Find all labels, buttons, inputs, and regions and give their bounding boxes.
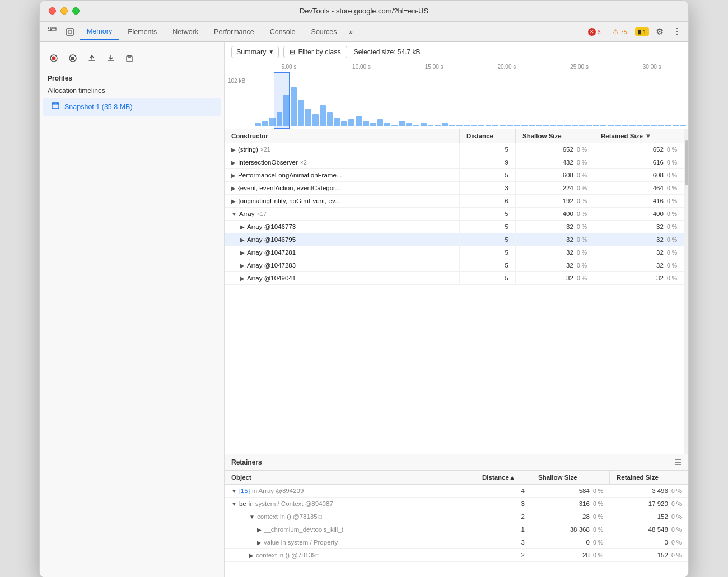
snapshot-label: Snapshot 1 (35.8 MB) — [64, 103, 133, 111]
td-shallow: 320 % — [516, 259, 594, 271]
axis-label-5: 25.00 s — [543, 64, 616, 70]
table-row[interactable]: ▶ Array @1046773 5 320 % 320 % — [225, 221, 684, 233]
expand-icon[interactable]: ▼ — [231, 211, 237, 217]
ret-td-object: ▶ value in system / Property — [225, 536, 475, 548]
warning-badge[interactable]: ⚠ 75 — [609, 26, 631, 37]
filter-by-class-button[interactable]: ⊟ Filter by class — [283, 46, 347, 58]
table-row[interactable]: ▼ Array ×17 5 4000 % 4000 % — [225, 208, 684, 221]
th-retained[interactable]: Retained Size ▼ — [594, 129, 684, 143]
td-shallow: 4000 % — [516, 208, 594, 220]
record-button[interactable] — [46, 51, 61, 65]
close-button[interactable] — [49, 7, 56, 15]
svg-rect-7 — [71, 57, 74, 60]
tab-console[interactable]: Console — [263, 24, 302, 40]
expand-icon[interactable]: ▶ — [231, 172, 236, 179]
info-badge[interactable]: ▮ 1 — [635, 27, 649, 36]
more-options-icon[interactable]: ⋮ — [670, 24, 684, 39]
td-shallow: 320 % — [516, 221, 594, 233]
table-row[interactable]: ▶ {originatingEntity, noGtmEvent, ev... … — [225, 195, 684, 208]
expand-icon[interactable]: ▶ — [240, 262, 245, 269]
expand-icon[interactable]: ▶ — [240, 224, 245, 230]
th-constructor[interactable]: Constructor — [225, 129, 460, 143]
retainer-row[interactable]: ▶ value in system / Property 3 00 % 00 % — [225, 536, 688, 549]
retainer-row[interactable]: ▼ be in system / Context @894087 3 3160 … — [225, 498, 688, 510]
table-row[interactable]: ▶ (string) ×21 5 6520 % 6520 % — [225, 143, 684, 156]
timeline-area[interactable]: 5.00 s 10.00 s 15.00 s 20.00 s 25.00 s 3… — [225, 62, 688, 129]
ret-td-shallow: 5840 % — [531, 485, 610, 497]
expand-icon[interactable]: ▶ — [240, 237, 245, 243]
axis-label-4: 20.00 s — [470, 64, 543, 70]
snapshot-item[interactable]: Snapshot 1 (35.8 MB) — [43, 98, 221, 116]
ret-td-distance: 1 — [475, 523, 531, 536]
axis-label-6: 30.00 s — [615, 64, 688, 70]
tab-network[interactable]: Network — [166, 24, 205, 40]
expand-icon[interactable]: ▶ — [231, 198, 236, 204]
scrollbar-thumb[interactable] — [685, 140, 688, 185]
retainer-row[interactable]: ▶ context in () @78139 □ 2 280 % 1520 % — [225, 549, 688, 562]
table-header: Constructor Distance Shallow Size Retain… — [225, 129, 684, 143]
sidebar-toolbar — [40, 49, 224, 70]
expand-icon[interactable]: ▶ — [231, 147, 236, 153]
chart-bar — [600, 125, 606, 126]
chart-bar — [586, 125, 592, 126]
chart-bar — [521, 125, 528, 126]
stop-button[interactable] — [66, 51, 80, 65]
elements-icon[interactable] — [62, 24, 78, 40]
settings-icon[interactable]: ⚙ — [654, 24, 666, 39]
table-row[interactable]: ▶ {event, eventAction, eventCategor... 3… — [225, 182, 684, 195]
rth-distance[interactable]: Distance▲ — [475, 471, 531, 484]
allocation-timelines-label: Allocation timelines — [40, 86, 224, 98]
inspect-icon[interactable] — [44, 24, 60, 40]
info-count: 1 — [643, 29, 646, 35]
main-table-scrollbar[interactable] — [684, 129, 688, 454]
rth-object[interactable]: Object — [225, 471, 475, 484]
td-shallow: 320 % — [516, 272, 594, 284]
expand-icon[interactable]: ▶ — [257, 527, 262, 533]
table-row[interactable]: ▶ Array @1047283 5 320 % 320 % — [225, 259, 684, 272]
retainer-row[interactable]: ▼ context in () @78135 □ 2 280 % 1520 % — [225, 510, 688, 523]
upload-button[interactable] — [85, 51, 99, 65]
minimize-button[interactable] — [60, 7, 68, 15]
tab-more[interactable]: » — [346, 28, 356, 36]
error-badge[interactable]: ✕ 6 — [585, 27, 604, 37]
tab-sources[interactable]: Sources — [305, 24, 344, 40]
snapshot-icon — [51, 101, 60, 112]
chart-bar — [428, 125, 434, 126]
tab-memory[interactable]: Memory — [80, 24, 119, 40]
rth-shallow[interactable]: Shallow Size — [531, 471, 610, 484]
expand-icon[interactable]: ▶ — [257, 540, 262, 546]
table-row-selected[interactable]: ▶ Array @1046795 5 320 % 320 % — [225, 233, 684, 246]
chart-bar — [572, 125, 578, 126]
ret-td-object: ▼ [15] in Array @894209 — [225, 485, 475, 497]
expand-icon[interactable]: ▼ — [249, 514, 255, 520]
chart-bar — [486, 125, 492, 126]
summary-dropdown[interactable]: Summary ▼ — [231, 46, 279, 58]
retainer-row[interactable]: ▶ __chromium_devtools_kill_t 1 38 3680 %… — [225, 523, 688, 536]
ret-td-retained: 00 % — [610, 536, 688, 548]
tab-elements[interactable]: Elements — [121, 24, 164, 40]
retainer-row[interactable]: ▼ [15] in Array @894209 4 5840 % 3 4960 … — [225, 485, 688, 498]
table-row[interactable]: ▶ IntersectionObserver ×2 9 4320 % 6160 … — [225, 156, 684, 169]
chart-bar — [536, 125, 542, 126]
download-button[interactable] — [104, 51, 118, 65]
ret-td-shallow: 38 3680 % — [531, 523, 610, 536]
svg-rect-8 — [127, 56, 132, 62]
tab-performance[interactable]: Performance — [207, 24, 261, 40]
maximize-button[interactable] — [72, 7, 80, 15]
timeline-selection[interactable] — [274, 72, 290, 129]
table-row[interactable]: ▶ Array @1047281 5 320 % 320 % — [225, 246, 684, 259]
expand-icon[interactable]: ▶ — [240, 250, 245, 256]
clear-button[interactable] — [123, 51, 137, 65]
expand-icon[interactable]: ▶ — [231, 160, 236, 166]
rth-retained[interactable]: Retained Size — [610, 471, 688, 484]
expand-icon[interactable]: ▶ — [249, 552, 254, 559]
expand-icon[interactable]: ▶ — [240, 275, 245, 282]
expand-icon[interactable]: ▼ — [231, 488, 237, 494]
chart-bar — [291, 87, 297, 126]
expand-icon[interactable]: ▶ — [231, 185, 236, 191]
th-shallow[interactable]: Shallow Size — [516, 129, 594, 143]
expand-icon[interactable]: ▼ — [231, 501, 237, 507]
table-row[interactable]: ▶ Array @1049041 5 320 % 320 % — [225, 272, 684, 285]
th-distance[interactable]: Distance — [460, 129, 516, 143]
table-row[interactable]: ▶ PerformanceLongAnimationFrame... 5 608… — [225, 169, 684, 182]
